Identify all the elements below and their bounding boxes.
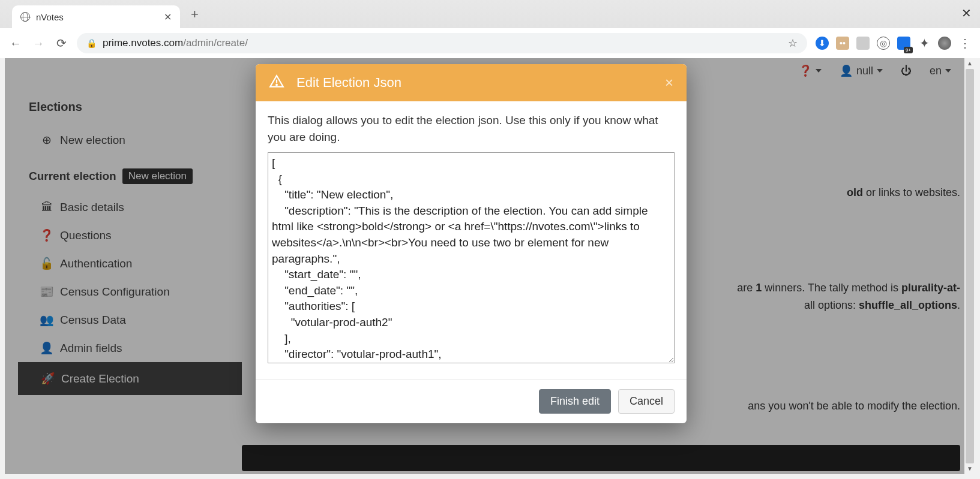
bookmark-star-icon[interactable]: ☆ bbox=[788, 37, 798, 50]
finish-edit-button[interactable]: Finish edit bbox=[539, 389, 611, 414]
scroll-thumb[interactable] bbox=[966, 69, 974, 463]
tab-close-icon[interactable]: ✕ bbox=[164, 11, 172, 23]
modal-footer: Finish edit Cancel bbox=[256, 379, 687, 423]
warning-icon bbox=[269, 74, 286, 92]
download-icon[interactable]: ⬇ bbox=[816, 37, 829, 50]
profile-avatar[interactable] bbox=[938, 37, 951, 50]
extension-icon[interactable] bbox=[856, 37, 870, 50]
scroll-up-arrow[interactable]: ▲ bbox=[964, 58, 975, 69]
extension-icons: ⬇ •• ◎ ✦ ⋮ bbox=[816, 37, 972, 50]
scroll-down-arrow[interactable]: ▼ bbox=[964, 463, 975, 474]
new-tab-button[interactable]: + bbox=[191, 7, 199, 22]
back-button[interactable]: ← bbox=[8, 37, 23, 50]
window-close-icon[interactable]: ✕ bbox=[961, 6, 972, 20]
extension-icon[interactable] bbox=[897, 37, 910, 50]
lock-icon: 🔒 bbox=[86, 38, 97, 48]
reload-button[interactable]: ⟳ bbox=[54, 36, 68, 50]
modal-intro-text: This dialog allows you to edit the elect… bbox=[268, 112, 675, 145]
nav-bar: ← → ⟳ 🔒 prime.nvotes.com/admin/create/ ☆… bbox=[0, 28, 980, 58]
json-textarea[interactable] bbox=[268, 152, 675, 363]
svg-point-1 bbox=[276, 85, 277, 86]
modal-body: This dialog allows you to edit the elect… bbox=[256, 101, 687, 379]
modal-header: Edit Election Json × bbox=[256, 64, 687, 101]
modal-close-button[interactable]: × bbox=[665, 74, 673, 91]
tab-title: nVotes bbox=[36, 12, 64, 22]
globe-icon bbox=[20, 12, 30, 22]
browser-menu-icon[interactable]: ⋮ bbox=[958, 37, 972, 50]
url-path: /admin/create/ bbox=[183, 37, 248, 49]
url-domain: prime.nvotes.com bbox=[103, 37, 183, 49]
tab-bar: nVotes ✕ + ✕ bbox=[0, 0, 980, 28]
extension-icon[interactable]: ◎ bbox=[877, 37, 890, 50]
page-scrollbar[interactable]: ▲ ▼ bbox=[964, 58, 975, 474]
url-bar[interactable]: 🔒 prime.nvotes.com/admin/create/ ☆ bbox=[77, 33, 807, 53]
modal-title: Edit Election Json bbox=[296, 75, 401, 91]
page-viewport: ❓ 👤 null ⏻ en Elections ⊕ New election C… bbox=[5, 58, 975, 474]
forward-button: → bbox=[31, 37, 46, 50]
browser-chrome: nVotes ✕ + ✕ ← → ⟳ 🔒 prime.nvotes.com/ad… bbox=[0, 0, 980, 58]
edit-json-modal: Edit Election Json × This dialog allows … bbox=[256, 64, 687, 423]
browser-tab[interactable]: nVotes ✕ bbox=[12, 5, 180, 28]
extensions-menu-icon[interactable]: ✦ bbox=[918, 37, 931, 50]
extension-icon[interactable]: •• bbox=[836, 37, 849, 50]
cancel-button[interactable]: Cancel bbox=[618, 389, 675, 414]
